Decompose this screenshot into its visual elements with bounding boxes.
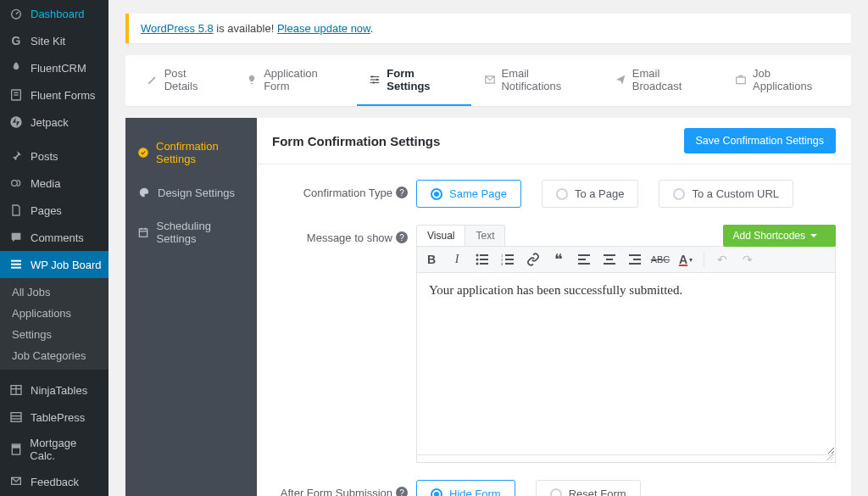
tab-application-form[interactable]: Application Form (234, 55, 357, 106)
settings-nav-scheduling-settings[interactable]: Scheduling Settings (125, 209, 257, 255)
confirmation-type-options: Same PageTo a PageTo a Custom URL (416, 180, 836, 208)
svg-rect-33 (480, 254, 488, 256)
svg-rect-44 (578, 254, 590, 256)
bold-icon[interactable]: B (424, 253, 439, 266)
wp-version-link[interactable]: WordPress 5.8 (141, 22, 214, 35)
svg-point-32 (476, 254, 479, 257)
sidebar-item-feedback[interactable]: Feedback (0, 468, 108, 495)
resize-grip[interactable] (416, 455, 836, 463)
jetpack-icon (8, 114, 24, 130)
sidebar-item-dashboard[interactable]: Dashboard (0, 0, 108, 27)
sliders-icon (369, 73, 382, 86)
sidebar-item-posts[interactable]: Posts (0, 142, 108, 170)
sidebar-item-site-kit[interactable]: GSite Kit (0, 27, 108, 54)
svg-point-34 (476, 259, 479, 261)
svg-point-5 (12, 181, 18, 187)
sidebar-item-label: Fluent Forms (31, 89, 96, 102)
radio-dot-icon (550, 488, 562, 497)
rocket-icon (8, 60, 24, 75)
svg-rect-48 (606, 259, 613, 260)
sidebar-item-fluent-forms[interactable]: Fluent Forms (0, 81, 108, 109)
svg-text:3: 3 (501, 262, 504, 265)
settings-nav-design-settings[interactable]: Design Settings (125, 176, 257, 209)
sidebar-item-media[interactable]: Media (0, 170, 108, 197)
after-submission-option-hide-form[interactable]: Hide Form (416, 480, 515, 496)
undo-icon[interactable]: ↶ (715, 253, 730, 266)
confirmation-type-option-same-page[interactable]: Same Page (416, 180, 521, 208)
sidebar-item-ninjatables[interactable]: NinjaTables (0, 376, 108, 404)
help-icon[interactable]: ? (396, 231, 408, 243)
sidebar-item-label: TablePress (31, 411, 85, 424)
sidebar-sub-applications[interactable]: Applications (0, 303, 108, 324)
bulb-icon (246, 73, 259, 86)
table-icon (8, 382, 24, 398)
tab-label: Post Details (164, 67, 222, 92)
sidebar-item-label: Comments (31, 231, 84, 244)
comment-icon (8, 230, 24, 245)
align-left-icon[interactable] (576, 253, 592, 266)
sidebar-sub-all-jobs[interactable]: All Jobs (0, 281, 108, 303)
mail-icon (483, 73, 497, 86)
editor-tab-visual[interactable]: Visual (416, 225, 465, 246)
tab-job-applications[interactable]: Job Applications (722, 55, 843, 106)
confirmation-type-option-to-a-page[interactable]: To a Page (542, 180, 639, 208)
message-row: Message to show ? Visual Text Add Shortc… (272, 225, 836, 463)
radio-label: Hide Form (449, 488, 501, 496)
sidebar-item-fluentcrm[interactable]: FluentCRM (0, 54, 108, 81)
svg-rect-45 (578, 259, 586, 260)
confirmation-type-row: Confirmation Type ? Same PageTo a PageTo… (272, 180, 836, 208)
settings-nav-confirmation-settings[interactable]: Confirmation Settings (125, 130, 257, 176)
save-button[interactable]: Save Confirmation Settings (684, 128, 836, 153)
after-submission-option-reset-form[interactable]: Reset Form (536, 480, 641, 496)
tab-email-broadcast[interactable]: Email Broadcast (602, 55, 722, 106)
sidebar-item-jetpack[interactable]: Jetpack (0, 109, 108, 136)
ordered-list-icon[interactable]: 123 (500, 253, 515, 266)
tab-label: Email Notifications (501, 67, 590, 92)
quote-icon[interactable]: ❝ (551, 253, 566, 266)
align-center-icon[interactable] (602, 253, 617, 266)
radio-label: Reset Form (569, 488, 626, 496)
settings-nav: Confirmation SettingsDesign SettingsSche… (125, 118, 257, 496)
text-color-icon[interactable]: A ▾ (678, 253, 693, 266)
redo-icon[interactable]: ↷ (740, 253, 755, 266)
help-icon[interactable]: ? (396, 487, 408, 496)
tab-post-details[interactable]: Post Details (134, 55, 234, 106)
svg-rect-50 (629, 254, 641, 256)
sidebar-item-label: NinjaTables (31, 384, 87, 397)
palette-icon (137, 186, 151, 199)
sidebar-item-wp-job-board[interactable]: WP Job Board (0, 251, 108, 278)
sidebar-item-label: Dashboard (31, 8, 85, 20)
update-now-link[interactable]: Please update now (277, 22, 370, 35)
strikethrough-icon[interactable]: ABC (653, 253, 668, 266)
sidebar-item-comments[interactable]: Comments (0, 224, 108, 251)
sidebar-item-pages[interactable]: Pages (0, 197, 108, 224)
svg-rect-28 (140, 229, 147, 237)
forms-icon (8, 87, 24, 103)
bullet-list-icon[interactable] (475, 253, 490, 266)
svg-point-4 (10, 116, 21, 127)
editor-tab-text[interactable]: Text (465, 225, 505, 246)
sidebar-sub-settings[interactable]: Settings (0, 324, 108, 345)
add-shortcodes-button[interactable]: Add Shortcodes (723, 225, 836, 247)
link-icon[interactable] (526, 253, 541, 266)
radio-label: To a Custom URL (692, 187, 779, 200)
message-field: Visual Text Add Shortcodes B I (416, 225, 836, 463)
sidebar-item-tablepress[interactable]: TablePress (0, 404, 108, 431)
svg-rect-39 (505, 254, 514, 256)
svg-rect-22 (370, 79, 380, 80)
sidebar-sub-job-categories[interactable]: Job Categories (0, 345, 108, 366)
tab-email-notifications[interactable]: Email Notifications (471, 55, 602, 106)
sidebar-item-mortgage-calc-[interactable]: Mortgage Calc. (0, 431, 108, 468)
italic-icon[interactable]: I (449, 253, 465, 266)
tab-form-settings[interactable]: Form Settings (357, 55, 471, 106)
check-icon (137, 146, 149, 159)
help-icon[interactable]: ? (396, 187, 408, 198)
svg-point-27 (138, 148, 148, 158)
confirmation-type-option-to-a-custom-url[interactable]: To a Custom URL (659, 180, 793, 208)
align-right-icon[interactable] (627, 253, 643, 266)
main-content: WordPress 5.8 is available! Please updat… (108, 0, 868, 496)
message-editor[interactable]: Your application has been successfully s… (416, 273, 836, 455)
after-submission-options: Hide FormReset Form (416, 480, 836, 496)
svg-rect-51 (633, 259, 641, 260)
svg-rect-43 (505, 263, 514, 265)
